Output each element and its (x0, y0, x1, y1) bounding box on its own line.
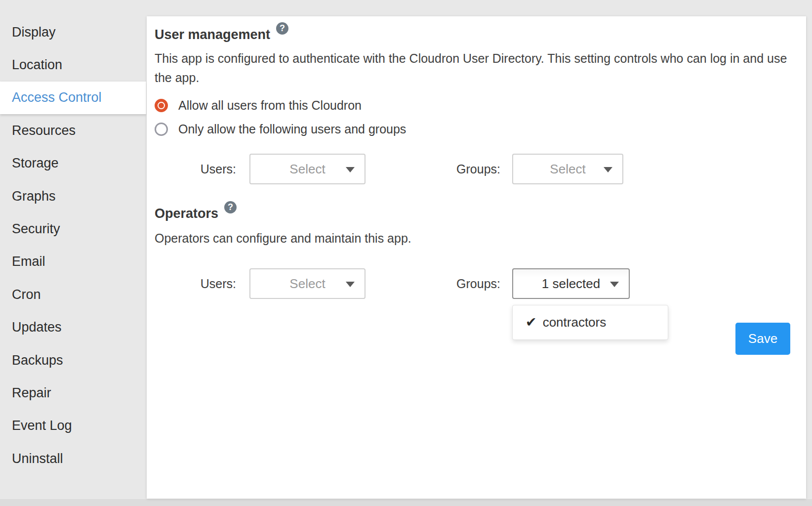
sidebar-item-uninstall[interactable]: Uninstall (0, 442, 146, 475)
radio-allow-all-label: Allow all users from this Cloudron (178, 98, 362, 113)
sidebar-item-display[interactable]: Display (0, 16, 146, 48)
um-users-label: Users: (155, 154, 236, 184)
op-groups-select-value: 1 selected (542, 276, 601, 292)
page-bottom-edge (0, 499, 812, 506)
operators-description: Operators can configure and maintain thi… (155, 229, 797, 248)
settings-sidebar: Display Location Access Control Resource… (0, 0, 146, 499)
dropdown-item-label: contractors (543, 315, 607, 330)
radio-only-allow-label: Only allow the following users and group… (178, 122, 406, 136)
user-management-description: This app is configured to authenticate w… (155, 49, 797, 87)
operators-title: Operators (155, 205, 218, 222)
sidebar-item-storage[interactable]: Storage (0, 147, 146, 180)
op-users-label: Users: (155, 268, 236, 299)
caret-down-icon (346, 167, 355, 172)
radio-only-allow-listed[interactable]: Only allow the following users and group… (155, 117, 406, 141)
user-management-heading: User management ? (155, 26, 288, 43)
sidebar-item-access-control[interactable]: Access Control (0, 82, 146, 114)
sidebar-item-resources[interactable]: Resources (0, 114, 146, 147)
sidebar-item-cron[interactable]: Cron (0, 278, 146, 311)
caret-down-icon (610, 282, 619, 287)
save-button[interactable]: Save (735, 323, 790, 355)
user-management-title: User management (155, 26, 270, 43)
caret-down-icon (346, 282, 355, 287)
radio-selected-icon[interactable] (155, 99, 168, 112)
sidebar-item-email[interactable]: Email (0, 246, 146, 278)
um-groups-label: Groups: (394, 154, 500, 184)
check-icon: ✔ (526, 316, 537, 329)
sidebar-item-backups[interactable]: Backups (0, 344, 146, 377)
sidebar-item-updates[interactable]: Updates (0, 311, 146, 344)
help-icon[interactable]: ? (276, 22, 288, 35)
sidebar-item-repair[interactable]: Repair (0, 377, 146, 409)
um-groups-select-value: Select (550, 162, 585, 177)
radio-unselected-icon[interactable] (155, 123, 168, 136)
access-control-panel: User management ? This app is configured… (147, 16, 806, 499)
um-users-select[interactable]: Select (249, 154, 365, 184)
op-groups-label: Groups: (394, 268, 500, 299)
caret-down-icon (604, 167, 612, 172)
op-groups-select[interactable]: 1 selected (512, 268, 630, 299)
sidebar-item-security[interactable]: Security (0, 212, 146, 245)
help-icon[interactable]: ? (224, 201, 237, 213)
radio-allow-all-users[interactable]: Allow all users from this Cloudron (155, 93, 362, 117)
sidebar-item-event-log[interactable]: Event Log (0, 410, 146, 442)
um-users-select-value: Select (289, 162, 325, 177)
groups-dropdown-menu: ✔ contractors (512, 305, 668, 340)
dropdown-item-contractors[interactable]: ✔ contractors (513, 315, 668, 330)
op-users-select[interactable]: Select (249, 268, 365, 299)
sidebar-item-location[interactable]: Location (0, 48, 146, 81)
op-users-select-value: Select (289, 276, 325, 292)
um-groups-select[interactable]: Select (512, 154, 623, 184)
operators-heading: Operators ? (155, 205, 237, 222)
sidebar-item-graphs[interactable]: Graphs (0, 180, 146, 212)
